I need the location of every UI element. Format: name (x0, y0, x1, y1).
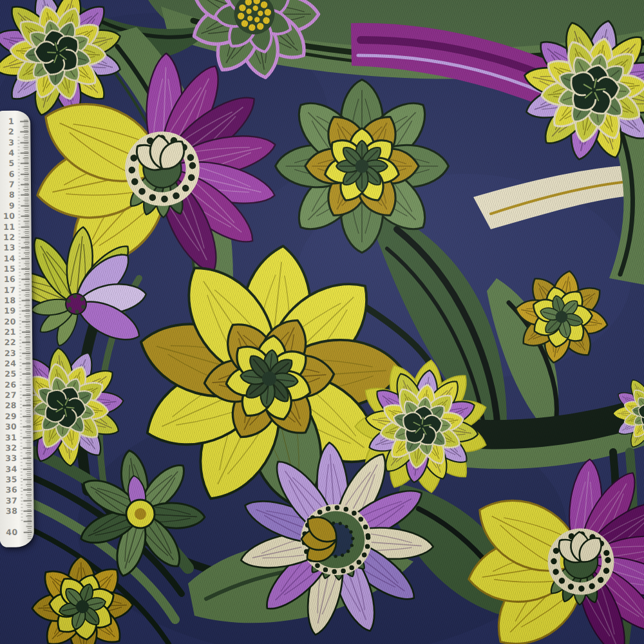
ruler-half-cm-tick (24, 231, 30, 232)
fabric-pattern (0, 0, 644, 644)
ruler-number: 30 (2, 422, 17, 431)
ruler-cm-tick (22, 310, 30, 312)
ruler-cm-tick (21, 258, 30, 259)
ruler-cm-tick (21, 279, 30, 280)
ruler-number: 21 (1, 327, 16, 337)
ruler-half-cm-tick (25, 442, 31, 443)
ruler-cm-tick (23, 384, 31, 385)
ruler-number: 34 (3, 464, 17, 473)
ruler-half-cm-tick (24, 252, 30, 254)
ruler-number: 31 (2, 432, 17, 442)
ruler-cm-tick (23, 405, 31, 406)
ruler-half-cm-tick (23, 178, 29, 180)
ruler-half-cm-tick (24, 305, 30, 307)
ruler-number: 6 (0, 169, 15, 179)
ruler-cm-tick (21, 153, 29, 154)
ruler-number: 7 (0, 180, 15, 189)
ruler-half-cm-tick (26, 526, 32, 527)
ruler-half-cm-tick (23, 221, 29, 222)
ruler-number: 3 (0, 137, 14, 147)
ruler-half-cm-tick (25, 410, 31, 412)
ruler-number: 17 (1, 285, 15, 294)
ruler-cm-tick (23, 500, 32, 501)
ruler-half-cm-tick (23, 189, 29, 191)
ruler-cm-tick (21, 236, 30, 238)
ruler-half-cm-tick (23, 126, 28, 128)
ruler-number: 33 (3, 453, 17, 463)
ruler-cm-tick (20, 121, 28, 122)
ruler-number: 5 (0, 158, 15, 168)
ruler-cm-tick (22, 299, 30, 301)
ruler-half-cm-tick (24, 316, 30, 317)
ruler-half-cm-tick (24, 337, 30, 338)
ruler-cm-tick (21, 194, 29, 196)
ruler-number: 26 (2, 379, 17, 389)
ruler-half-cm-tick (23, 168, 29, 169)
ruler-half-cm-tick (24, 284, 30, 285)
ruler-number: 4 (0, 148, 15, 158)
ruler-half-cm-tick (26, 463, 32, 464)
ruler-number: 23 (1, 348, 16, 357)
ruler-number: 38 (3, 506, 17, 516)
ruler-half-cm-tick (26, 453, 32, 454)
ruler-number: 12 (1, 232, 15, 242)
ruler-cm-tick (21, 247, 30, 249)
ruler-cm-tick (23, 489, 32, 491)
ruler-number: 14 (1, 253, 15, 263)
millimetre-ticks (24, 120, 32, 540)
ruler-cm-tick (21, 268, 30, 269)
ruler-number: 19 (1, 306, 16, 316)
ruler-cm-tick (23, 468, 32, 469)
ruler-half-cm-tick (25, 389, 31, 390)
ruler-half-cm-tick (26, 484, 32, 486)
ruler-half-cm-tick (23, 211, 29, 212)
ruler-half-cm-tick (23, 200, 29, 201)
ruler-cm-tick (21, 216, 29, 217)
ruler-number: 9 (0, 201, 15, 211)
ruler-cm-tick (22, 321, 30, 322)
ruler-half-cm-tick (24, 368, 30, 370)
ruler-number: 11 (1, 222, 15, 231)
ruler-cm-tick (21, 173, 29, 175)
ruler-cm-tick (21, 226, 30, 227)
ruler-number: 16 (1, 274, 15, 284)
ruler-half-cm-tick (25, 431, 31, 433)
ruler-cm-tick (22, 332, 30, 333)
ruler-number: 2 (0, 127, 14, 137)
ruler-half-cm-tick (24, 274, 30, 275)
ruler-half-cm-tick (25, 379, 31, 380)
ruler-half-cm-tick (23, 147, 28, 148)
ruler-cm-tick (21, 205, 29, 206)
ruler-number: 10 (0, 211, 15, 221)
ruler-half-cm-tick (23, 137, 28, 138)
ruler-cm-tick (21, 289, 30, 290)
ruler-cm-tick (22, 363, 30, 365)
ruler-cm-tick (22, 352, 30, 354)
fabric-photo: 1234567891011121314151617181920212223242… (0, 0, 644, 644)
ruler-number: 32 (3, 443, 17, 453)
ruler-cm-tick (23, 447, 32, 448)
ruler-number: 37 (3, 495, 17, 505)
ruler-number: 36 (3, 485, 17, 495)
ruler-cm-tick (21, 184, 29, 185)
ruler-half-cm-tick (24, 263, 30, 264)
ruler-number: 25 (2, 369, 17, 379)
ruler-cm-tick (20, 131, 28, 133)
ruler-number: 35 (3, 475, 17, 484)
ruler-cm-tick (23, 395, 31, 396)
ruler-number: 24 (1, 359, 16, 368)
ruler-number: 8 (0, 190, 15, 200)
ruler-number: 22 (1, 337, 16, 347)
ruler-half-cm-tick (24, 326, 30, 327)
ruler-half-cm-tick (24, 242, 30, 243)
ruler-cm-tick (24, 531, 32, 533)
ruler-cm-tick (23, 478, 32, 480)
ruler-half-cm-tick (24, 294, 30, 296)
ruler-cm-tick (24, 521, 32, 522)
ruler-number: 29 (2, 412, 17, 421)
ruler-number: 18 (1, 296, 16, 305)
ruler-cm-tick (22, 342, 30, 343)
ruler-cm-tick (21, 163, 29, 164)
ruler-half-cm-tick (23, 158, 29, 159)
flower-greengold (276, 80, 449, 253)
